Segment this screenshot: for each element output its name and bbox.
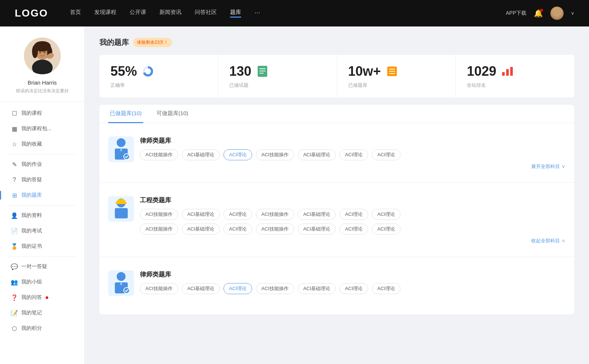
profile-motto: 错误的决定比没有决定要好 [16,88,69,94]
sidebar-item-mycourse[interactable]: ☐ 我的课程 [0,106,84,121]
svg-point-4 [32,45,38,58]
engineer-icon-2 [108,196,134,222]
sidebar-item-coursepack[interactable]: ▦ 我的课程包... [0,121,84,136]
tab-done-banks[interactable]: 已做题库(10) [108,105,143,123]
tag-2-6[interactable]: ACI理论 [339,209,368,220]
tag-2-2[interactable]: ACI基础理论 [182,209,220,220]
stat-rank-label: 全站排名 [467,82,563,89]
list-yellow-icon [385,65,399,78]
sidebar-label-1on1: 一对一答疑 [21,263,47,270]
tags-section-1: 律师类题库 ACI技能操作 ACI基础理论 ACI理论 ACI技能操作 ACI基… [140,136,565,170]
app-download-btn[interactable]: APP下载 [506,10,526,17]
nav-qbank[interactable]: 题库 [230,9,241,18]
svg-point-31 [124,288,130,293]
tag-1-4[interactable]: ACI技能操作 [256,149,294,160]
profile-avatar[interactable] [24,38,61,74]
nav-discover[interactable]: 发现课程 [94,9,116,18]
sidebar-item-homework[interactable]: ✎ 我的作业 [0,157,84,172]
notification-bell[interactable]: 🔔 [534,9,543,18]
tag-3-4[interactable]: ACI技能操作 [256,283,294,294]
stat-done-questions: 130 已做试题 [218,55,337,97]
sidebar-item-note[interactable]: 📝 我的笔记 [0,305,84,321]
tag-3-7[interactable]: ACI理论 [372,283,401,294]
tag-2b-2[interactable]: ACI基础理论 [182,224,220,235]
stat-done-banks: 10w+ 已做题库 [337,55,456,97]
qbank-header-2: 工程类题库 ACI技能操作 ACI基础理论 ACI理论 ACI技能操作 ACI基… [108,196,565,244]
tag-1-7[interactable]: ACI理论 [372,149,401,160]
navbar-links: 首页 发现课程 公开课 新闻资讯 问答社区 题库 ··· [70,9,506,18]
sidebar-item-exam[interactable]: 📄 我的考试 [0,223,84,239]
qbank-header-3: 律师类题库 ACI技能操作 ACI基础理论 ACI理论 ACI技能操作 ACI基… [108,270,565,296]
svg-rect-27 [116,202,127,204]
tag-2b-1[interactable]: ACI技能操作 [140,224,178,235]
stat-done-questions-label: 已做试题 [229,82,326,89]
tag-2-1[interactable]: ACI技能操作 [140,209,178,220]
note-icon: 📝 [11,310,18,316]
tags-row-3: ACI技能操作 ACI基础理论 ACI理论 ACI技能操作 ACI基础理论 AC… [140,283,565,294]
tag-2b-6[interactable]: ACI理论 [339,224,368,235]
navbar-more[interactable]: ··· [254,9,260,18]
tag-1-5[interactable]: ACI基础理论 [298,149,336,160]
svg-point-29 [117,272,126,281]
tag-1-3[interactable]: ACI理论 [223,149,252,160]
svg-point-7 [43,51,46,54]
user-avatar[interactable] [550,7,564,20]
sidebar-item-group[interactable]: 👥 我的小组 [0,274,84,290]
tags-row-2a: ACI技能操作 ACI基础理论 ACI理论 ACI技能操作 ACI基础理论 AC… [140,209,565,220]
tag-2b-5[interactable]: ACI基础理论 [298,224,336,235]
tag-3-1[interactable]: ACI技能操作 [140,283,178,294]
sidebar-item-cert[interactable]: 🏅 我的证书 [0,239,84,254]
tag-3-6[interactable]: ACI理论 [339,283,368,294]
stat-rank: 1029 全站排名 [456,55,574,97]
sidebar-label-group: 我的小组 [21,279,42,285]
tag-3-2[interactable]: ACI基础理论 [182,283,220,294]
tags-row-2b: ACI技能操作 ACI基础理论 ACI理论 ACI技能操作 ACI基础理论 AC… [140,224,565,235]
nav-qa[interactable]: 问答社区 [195,9,217,18]
tab-todo-banks[interactable]: 可做题库(10) [155,105,190,123]
notification-dot [540,9,543,12]
sidebar-item-qbank[interactable]: ⊞ 我的题库 [0,188,84,203]
tag-2-4[interactable]: ACI技能操作 [256,209,294,220]
sidebar-label-myqa: 我的问答 [21,294,42,301]
tag-1-1[interactable]: ACI技能操作 [140,149,178,160]
sidebar-item-collection[interactable]: ☆ 我的收藏 [0,136,84,152]
qbank-title-2: 工程类题库 [140,196,565,204]
tag-2-7[interactable]: ACI理论 [372,209,401,220]
stat-done-banks-label: 已做题库 [348,82,445,89]
tag-2-5[interactable]: ACI基础理论 [298,209,336,220]
tags-section-2: 工程类题库 ACI技能操作 ACI基础理论 ACI理论 ACI技能操作 ACI基… [140,196,565,244]
sidebar-item-1on1[interactable]: 💬 一对一答疑 [0,259,84,274]
tag-1-2[interactable]: ACI基础理论 [182,149,220,160]
svg-rect-21 [510,67,513,76]
svg-rect-28 [115,208,128,218]
nav-opencourse[interactable]: 公开课 [130,9,146,18]
tag-3-5[interactable]: ACI基础理论 [298,283,336,294]
qbank-header-1: 律师类题库 ACI技能操作 ACI基础理论 ACI理论 ACI技能操作 ACI基… [108,136,565,170]
tag-2b-7[interactable]: ACI理论 [372,224,401,235]
collapse-link-2[interactable]: 收起全部科目 ∧ [140,238,565,244]
tag-1-6[interactable]: ACI理论 [339,149,368,160]
bar-red-icon [501,65,514,78]
page-layout: Brian Harris 错误的决定比没有决定要好 ☐ 我的课程 ▦ 我的课程包… [0,26,589,364]
sidebar-item-points[interactable]: ⬡ 我的积分 [0,321,84,336]
nav-news[interactable]: 新闻资讯 [159,9,181,18]
divider-2 [7,205,77,206]
user-menu-chevron[interactable]: ∨ [571,11,574,16]
sidebar-item-answer[interactable]: ? 我的答疑 [0,172,84,188]
sidebar-label-exam: 我的考试 [21,228,42,234]
nav-home[interactable]: 首页 [70,9,81,18]
svg-rect-20 [506,69,509,76]
expand-link-1[interactable]: 展开全部科目 ∨ [140,163,565,170]
svg-rect-19 [502,72,505,76]
sidebar-label-qbank: 我的题库 [21,192,42,199]
sidebar-item-myqa[interactable]: ❓ 我的问答 [0,290,84,305]
sidebar: Brian Harris 错误的决定比没有决定要好 ☐ 我的课程 ▦ 我的课程包… [0,26,85,364]
sidebar-item-profile[interactable]: 👤 我的资料 [0,208,84,223]
tag-3-3[interactable]: ACI理论 [223,283,252,294]
tag-2b-4[interactable]: ACI技能操作 [256,224,294,235]
stat-done-banks-value: 10w+ [348,64,381,79]
svg-point-10 [145,68,151,74]
tag-2b-3[interactable]: ACI理论 [223,224,252,235]
tag-2-3[interactable]: ACI理论 [223,209,252,220]
sidebar-label-homework: 我的作业 [21,161,42,168]
